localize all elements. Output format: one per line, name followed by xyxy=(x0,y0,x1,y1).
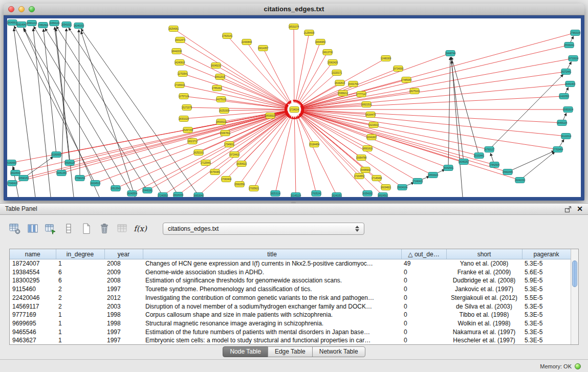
graph-node[interactable]: 19724410 xyxy=(229,152,240,158)
graph-node[interactable]: 13220171 xyxy=(332,70,342,76)
graph-node[interactable]: 16646950 xyxy=(315,39,326,45)
graph-node[interactable]: 17815141 xyxy=(222,33,233,39)
graph-node[interactable]: 15267156 xyxy=(183,127,193,133)
graph-node[interactable]: 16162615 xyxy=(335,80,345,86)
graph-node[interactable]: 16431764 xyxy=(348,81,359,87)
column-header-out-de[interactable]: △ out_de… xyxy=(401,249,446,259)
graph-node[interactable]: 16034821 xyxy=(381,185,391,190)
close-window-button[interactable] xyxy=(8,6,14,12)
graph-node[interactable]: 17040416 xyxy=(7,181,18,186)
graph-node[interactable]: 17963104 xyxy=(570,30,581,36)
graph-node[interactable]: 17125441 xyxy=(201,160,211,166)
function-icon[interactable]: f(x) xyxy=(134,222,147,235)
graph-node[interactable]: 18901610 xyxy=(362,146,373,151)
graph-node[interactable]: 17590154 xyxy=(75,176,85,181)
table-columns-icon[interactable] xyxy=(26,222,39,235)
graph-node[interactable]: 17005621 xyxy=(249,186,259,191)
table-rows-icon[interactable] xyxy=(62,222,75,235)
graph-node[interactable]: 18275103 xyxy=(409,89,420,94)
graph-node[interactable]: 18240554 xyxy=(127,191,138,196)
graph-node[interactable]: 16122014 xyxy=(561,134,572,139)
graph-node[interactable]: 17145499 xyxy=(372,176,382,181)
graph-node[interactable]: 15902445 xyxy=(503,169,513,175)
table-disabled-icon[interactable] xyxy=(116,222,129,235)
graph-node[interactable]: 19354124 xyxy=(49,20,60,26)
delete-icon[interactable] xyxy=(98,222,111,235)
graph-node[interactable]: 16793127 xyxy=(484,147,495,152)
graph-node[interactable]: 15272075 xyxy=(182,105,192,111)
table-row[interactable]: 2242004622012Investigating the contribut… xyxy=(10,294,571,302)
graph-node[interactable]: 19051354 xyxy=(56,170,67,176)
graph-node[interactable]: 18253114 xyxy=(270,191,281,196)
graph-node[interactable]: 18530021 xyxy=(265,113,276,119)
graph-node[interactable]: 16441403 xyxy=(565,81,576,87)
table-settings-icon[interactable] xyxy=(8,222,21,235)
graph-node[interactable]: 15914041 xyxy=(16,22,27,28)
graph-node[interactable]: 16023711 xyxy=(187,139,198,144)
graph-node[interactable]: 22041607 xyxy=(366,135,377,140)
graph-node[interactable]: 11420553 xyxy=(559,94,570,99)
graph-node[interactable]: 15953024 xyxy=(563,107,574,113)
graph-node[interactable]: 16354022 xyxy=(236,161,247,167)
scrollbar-thumb[interactable] xyxy=(572,260,577,287)
graph-node[interactable]: 19734093 xyxy=(393,66,404,72)
table-import-icon[interactable] xyxy=(44,222,57,235)
graph-node[interactable]: 17485083 xyxy=(401,77,412,83)
graph-node[interactable]: 17851821 xyxy=(212,85,223,91)
graph-node[interactable]: 18240153 xyxy=(74,23,84,29)
float-panel-icon[interactable] xyxy=(564,205,572,213)
graph-node[interactable]: 18531074 xyxy=(289,24,299,30)
graph-node[interactable]: 12757124 xyxy=(179,94,189,99)
graph-node[interactable]: 15260650 xyxy=(7,160,17,166)
graph-node[interactable]: 21254439 xyxy=(304,30,315,36)
network-canvas[interactable]: 1804081415914041169012141785150419354124… xyxy=(7,18,581,197)
window-titlebar[interactable]: citations_edges.txt xyxy=(4,4,584,15)
table-row[interactable]: 977716911998Corpus callosum shape and si… xyxy=(10,311,571,319)
graph-node[interactable]: 14275122 xyxy=(216,97,227,102)
graph-node[interactable]: 16754381 xyxy=(210,169,221,175)
graph-node[interactable]: 18340252 xyxy=(459,159,469,165)
graph-node[interactable]: 16821516 xyxy=(361,102,372,107)
graph-node[interactable]: 18024541 xyxy=(10,170,21,176)
graph-node[interactable]: 19733024 xyxy=(568,56,579,61)
graph-node[interactable]: 19448744 xyxy=(445,51,456,56)
graph-node[interactable]: 15926124 xyxy=(64,160,75,166)
graph-node[interactable]: 20513543 xyxy=(111,186,121,191)
column-header-year[interactable]: year xyxy=(104,249,143,259)
graph-node[interactable]: 16049231 xyxy=(211,63,222,69)
table-row[interactable]: 1938455462009Genome-wide association stu… xyxy=(10,268,571,277)
graph-node[interactable]: 20145224 xyxy=(291,193,301,198)
table-row[interactable]: 911546021997Tourette syndrome. Phenomeno… xyxy=(10,285,571,294)
graph-node[interactable]: 15367811 xyxy=(220,130,231,136)
graph-node[interactable]: 16024515 xyxy=(90,181,101,186)
graph-node[interactable]: 17183016 xyxy=(175,82,185,88)
graph-node[interactable]: 16042531 xyxy=(443,165,454,171)
column-header-pagerank[interactable]: pagerank xyxy=(522,249,571,259)
graph-node[interactable]: 19240351 xyxy=(332,193,342,198)
graph-node[interactable]: 18442036 xyxy=(171,49,182,54)
graph-node[interactable]: 13216010 xyxy=(368,122,379,128)
graph-node[interactable]: 19024154 xyxy=(173,192,184,198)
graph-node[interactable]: 15495932 xyxy=(360,167,371,173)
graph-node[interactable]: 18530022 xyxy=(216,119,227,125)
tab-edge-table[interactable]: Edge Table xyxy=(268,346,313,357)
graph-node[interactable]: 15634104 xyxy=(397,185,408,190)
graph-node[interactable]: 15440281 xyxy=(142,188,153,193)
graph-node[interactable]: 18164475 xyxy=(365,112,376,118)
graph-node[interactable]: 19014357 xyxy=(258,46,269,51)
column-header-in-degree[interactable]: in_degree xyxy=(56,249,104,259)
minimize-window-button[interactable] xyxy=(18,6,25,12)
graph-node[interactable]: 16252101 xyxy=(193,150,204,156)
graph-node[interactable]: 19613730 xyxy=(322,50,333,55)
graph-node[interactable]: 15963426 xyxy=(328,60,338,65)
graph-node[interactable]: 14240918 xyxy=(175,60,185,65)
column-header-title[interactable]: title xyxy=(143,249,401,259)
graph-node[interactable]: 17349011 xyxy=(224,142,235,147)
graph-node[interactable]: 17851504 xyxy=(38,23,49,28)
graph-node[interactable]: 17777147 xyxy=(356,92,367,97)
graph-node[interactable]: 20541021 xyxy=(61,22,72,28)
graph-node[interactable]: 18924502 xyxy=(378,193,388,198)
graph-node[interactable]: 16901214 xyxy=(27,20,37,26)
graph-node[interactable]: 12480309 xyxy=(381,56,391,61)
graph-node[interactable]: 16653040 xyxy=(193,193,204,198)
